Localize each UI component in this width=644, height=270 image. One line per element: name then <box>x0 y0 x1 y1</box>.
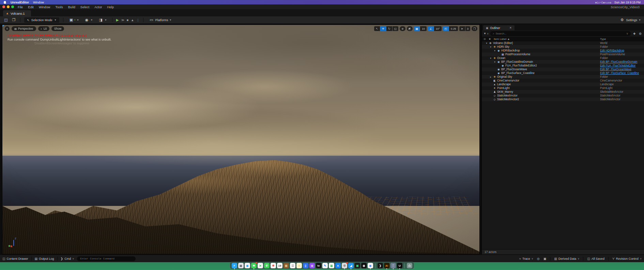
platforms-dropdown[interactable]: ▭Platforms▼ <box>147 18 173 22</box>
outliner-row[interactable]: ❖ Original Sky Folder <box>482 75 644 79</box>
settings-dropdown[interactable]: ⚙ Settings ▼ <box>619 18 641 22</box>
scale-tool-button[interactable]: ◱ <box>393 26 398 31</box>
save-icon[interactable]: ◫ <box>3 18 9 22</box>
actor-type-cell[interactable]: Edit BP_FluxSurface_Coastline <box>600 72 644 75</box>
actor-type-cell[interactable]: SkeletalMeshActor <box>600 90 644 93</box>
actor-label-cell[interactable]: ❖ Original Sky <box>482 75 600 78</box>
wifi-icon[interactable]: ≋ <box>605 1 607 4</box>
apple-menu-icon[interactable] <box>3 1 6 4</box>
actor-label-cell[interactable]: ◧ CineCameraActor <box>482 79 600 82</box>
source-control-save-button[interactable]: ◫All Saved <box>587 257 604 260</box>
cinematics-dropdown[interactable]: ◨▼ <box>96 18 108 22</box>
outliner-row[interactable]: ◇ StaticMeshActor StaticMeshActor <box>482 94 644 97</box>
outliner-row[interactable]: ⊕ Volcano (Editor) World <box>482 41 644 45</box>
numbers[interactable]: ▥ <box>329 263 334 268</box>
world-local-toggle[interactable]: ⊕ <box>400 26 405 31</box>
menu-item[interactable]: Build <box>68 5 75 9</box>
actor-type-cell[interactable]: Edit BP_FluxCoastlineDomain <box>600 60 644 63</box>
perspective-dropdown[interactable]: ▦Perspective <box>12 26 36 31</box>
menu-item[interactable]: Tools <box>55 5 63 9</box>
rotate-tool-button[interactable]: ↻ <box>386 26 392 31</box>
actor-type-cell[interactable]: Edit FUA_FluxTickableEditor <box>600 64 644 67</box>
scale-snap-toggle[interactable]: ◰ <box>443 26 449 31</box>
outliner-tab[interactable]: ≣ Outliner ✕ <box>483 25 515 30</box>
actor-label-cell[interactable]: ◉ HDRIBackdrop <box>482 49 600 52</box>
outliner-row[interactable]: ❖ Ocean Folder <box>482 56 644 60</box>
scale-snap-value[interactable]: 0.25 <box>449 26 458 31</box>
item-label-column[interactable]: Item Label ▲ <box>494 38 510 41</box>
podcasts[interactable]: ◎ <box>309 263 315 268</box>
zoom-window-button[interactable] <box>11 5 14 8</box>
actor-label-cell[interactable]: ◇ StaticMeshActor2 <box>482 98 600 101</box>
selection-mode-dropdown[interactable]: ↖ Selection Mode ▼ <box>24 17 59 23</box>
trace-dropdown[interactable]: ≈Trace∨ <box>519 257 533 260</box>
outliner-row[interactable]: ♟ SKM_Manny SkeletalMeshActor <box>482 90 644 94</box>
level-tab-volcano[interactable]: ▲ Volcano.1 <box>3 10 31 16</box>
console-command-input[interactable]: Enter Console Command <box>77 256 136 261</box>
outliner-row[interactable]: ▲ Landscape Landscape <box>482 82 644 86</box>
actor-type-cell[interactable]: PointLight <box>600 87 644 90</box>
actor-label-cell[interactable]: ◇ StaticMeshActor <box>482 94 600 97</box>
siri-icon[interactable]: ◍ <box>610 1 611 4</box>
actor-label-cell[interactable]: ◉ BP_FluxCoastlineDomain <box>482 60 600 63</box>
actor-type-cell[interactable]: Edit HDRIBackdrop <box>600 49 644 52</box>
actor-label-cell[interactable]: ❖ HDRI Sky <box>482 45 600 48</box>
actor-label-cell[interactable]: ❖ Ocean <box>482 57 600 60</box>
show-flags-dropdown[interactable]: Show <box>51 26 64 31</box>
revision-control-dropdown[interactable]: ϒRevision Control∨ <box>612 257 642 260</box>
grid-snap-value[interactable]: 10 <box>420 26 427 31</box>
notes[interactable]: ≡ <box>296 263 302 268</box>
visibility-column-icon[interactable]: ⊙ <box>484 38 486 41</box>
outliner-row[interactable]: ✶ PointLight PointLight <box>482 86 644 90</box>
create-folder-icon[interactable]: ❖ <box>632 32 637 35</box>
app-store[interactable]: A <box>335 263 341 268</box>
expand-arrow-icon[interactable] <box>489 46 492 48</box>
rotation-snap-toggle[interactable]: ∠ <box>428 26 434 31</box>
view-mode-dropdown[interactable]: ◐Lit <box>38 26 50 31</box>
blueprints-dropdown[interactable]: ◉▼ <box>83 18 94 22</box>
content-drawer-button[interactable]: ◫Content Drawer <box>2 257 28 260</box>
outliner-row[interactable]: ◉ BP_FluxSurface_Coastline Edit BP_FluxS… <box>482 71 644 75</box>
frame-skip-button[interactable]: ≫ <box>121 18 124 22</box>
trash-icon[interactable]: ♺ <box>407 263 412 268</box>
maximize-viewport-button[interactable]: ❐ <box>472 26 477 31</box>
illustrator[interactable]: Ai <box>384 263 389 268</box>
wallet[interactable]: ▤ <box>283 263 289 268</box>
actor-type-cell[interactable]: CineCameraActor <box>600 79 644 82</box>
level-viewport[interactable]: ≡ ▦Perspective ◐Lit Show LIGHTING NEEDS … <box>2 25 480 254</box>
actor-type-cell[interactable]: Folder <box>600 57 644 60</box>
actor-type-cell[interactable]: PostProcessVolume <box>600 53 644 56</box>
actor-label-cell[interactable]: ⊕ Volcano (Editor) <box>482 42 600 45</box>
filter-dropdown[interactable]: ▼∨ <box>484 32 489 35</box>
window-preview[interactable]: ▒ <box>390 263 396 268</box>
maps[interactable]: ➤ <box>258 263 263 268</box>
chrome[interactable]: ◉ <box>368 263 373 268</box>
camera-speed-icon[interactable]: ➤ <box>459 26 465 31</box>
outliner-row[interactable]: ◧ CineCameraActor CineCameraActor <box>482 79 644 82</box>
launchpad[interactable]: ▦ <box>238 263 244 268</box>
safari[interactable]: ◉ <box>245 263 250 268</box>
expand-arrow-icon[interactable] <box>489 76 492 78</box>
select-tool-button[interactable]: ↖ <box>374 26 380 31</box>
cmd-dropdown[interactable]: ❯Cmd∨ <box>61 257 74 260</box>
system-settings[interactable]: ⚙ <box>342 263 347 268</box>
menu-item[interactable]: File <box>18 5 23 9</box>
terminal[interactable]: ❯ <box>378 263 383 268</box>
play-options-menu[interactable]: ⋮ <box>136 18 139 22</box>
eject-button[interactable]: ▲ <box>131 18 134 22</box>
rotation-snap-value[interactable]: 10° <box>434 26 442 31</box>
menu-item[interactable]: Window <box>39 5 50 9</box>
menu-item[interactable]: Actor <box>94 5 102 9</box>
actor-label-cell[interactable]: ▲ Landscape <box>482 83 600 86</box>
actor-type-cell[interactable]: Folder <box>600 45 644 48</box>
actor-label-cell[interactable]: ◉ BP_FluxSurface_Coastline <box>482 72 600 75</box>
camera-speed-value[interactable]: 3 <box>465 26 470 31</box>
search-options-chevron[interactable]: ∨ <box>626 32 628 35</box>
derived-data-dropdown[interactable]: ▥Derived Data∨ <box>554 257 579 260</box>
unreal-engine[interactable]: U <box>397 263 402 268</box>
outliner-search-input[interactable]: ⌕ Search... ∨ <box>490 31 631 36</box>
expand-arrow-icon[interactable] <box>493 49 496 52</box>
add-actor-dropdown[interactable]: ▣+▼ <box>67 18 80 22</box>
soccer-app[interactable]: ◍ <box>361 263 367 268</box>
outliner-row[interactable]: ◇ StaticMeshActor2 StaticMeshActor <box>482 97 644 101</box>
